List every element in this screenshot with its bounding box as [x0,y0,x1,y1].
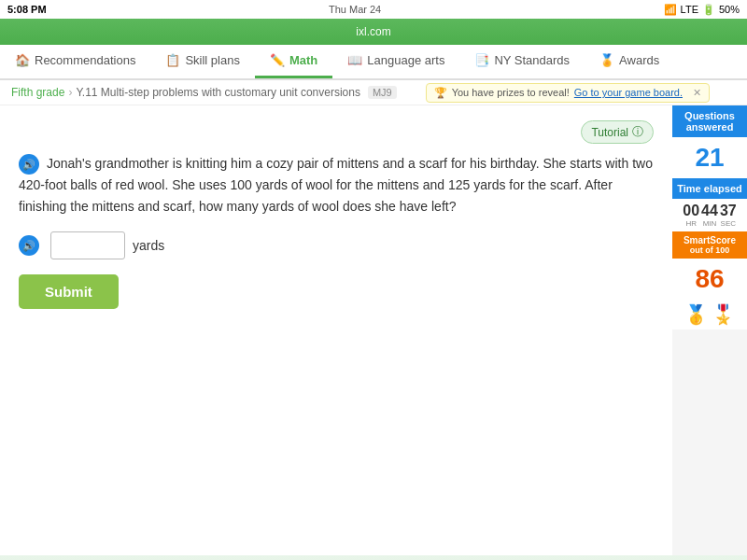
hours-label: HR [683,219,699,228]
time-display: 00 HR 44 MIN 37 SEC [672,199,747,231]
tab-recommendations-label: Recommendations [35,53,135,67]
main-content: Tutorial ⓘ 🔊 Jonah's grandmother is knit… [0,105,747,555]
status-date: Thu Mar 24 [329,4,381,15]
tab-math[interactable]: ✏️ Math [255,45,332,78]
breadcrumb-grade[interactable]: Fifth grade [11,86,64,99]
answer-input[interactable] [50,231,125,259]
tab-ny-standards-label: NY Standards [494,53,570,67]
tab-bar: 🏠 Recommendations 📋 Skill plans ✏️ Math … [0,45,747,80]
top-header: ixl.com [0,19,747,45]
recommendations-icon: 🏠 [15,53,30,67]
questions-answered-header: Questions answered [672,105,747,137]
tab-skill-plans-label: Skill plans [185,53,240,67]
battery-icon: 🔋 [702,4,715,16]
site-url: ixl.com [356,25,390,38]
lte-label: LTE [681,4,698,15]
tab-skill-plans[interactable]: 📋 Skill plans [150,45,255,78]
time-elapsed-label: Time elapsed [677,183,742,194]
breadcrumb-bar: Fifth grade › Y.11 Multi-step problems w… [0,80,747,105]
smart-score-value: 86 [672,259,747,300]
status-time: 5:08 PM [7,4,47,15]
tab-language-arts-label: Language arts [367,53,444,67]
trophy-icon: 🏆 [434,87,447,99]
medals-row: 🥇 🎖️ [672,300,747,329]
prize-text: You have prizes to reveal! [452,87,570,98]
prize-link[interactable]: Go to your game board. [574,87,683,98]
questions-answered-label: Questions answered [684,110,735,133]
battery-level: 50% [719,4,740,15]
tab-awards-label: Awards [619,53,659,67]
question-text: 🔊 Jonah's grandmother is knitting him a … [19,153,654,217]
hours-unit: 00 HR [683,203,699,228]
prize-banner: 🏆 You have prizes to reveal! Go to your … [426,83,710,103]
breadcrumb-badge: MJ9 [368,86,397,99]
minutes-value: 44 [701,203,718,219]
right-sidebar: Questions answered 21 Time elapsed 00 HR… [672,105,747,555]
tutorial-label: Tutorial [591,126,628,139]
breadcrumb-topic: Y.11 Multi-step problems with customary … [76,86,360,99]
status-bar: 5:08 PM Thu Mar 24 📶 LTE 🔋 50% [0,0,747,19]
awards-icon: 🏅 [599,53,614,67]
language-arts-icon: 📖 [347,53,362,67]
tab-recommendations[interactable]: 🏠 Recommendations [0,45,150,78]
tab-ny-standards[interactable]: 📑 NY Standards [459,45,585,78]
signal-icon: 📶 [664,4,677,16]
question-body: Jonah's grandmother is knitting him a co… [19,156,653,214]
bottom-section: Work it out Not feeling ready yet? These… [0,555,747,560]
tab-language-arts[interactable]: 📖 Language arts [332,45,459,78]
smart-score-sub: out of 100 [676,245,743,255]
minutes-label: MIN [701,219,718,228]
questions-answered-value: 21 [672,137,747,178]
time-elapsed-header: Time elapsed [672,178,747,199]
prize-close-icon[interactable]: ✕ [693,87,701,99]
seconds-label: SEC [720,219,737,228]
info-icon: ⓘ [632,124,643,140]
tutorial-button[interactable]: Tutorial ⓘ [581,120,654,144]
hours-value: 00 [683,203,699,219]
submit-button[interactable]: Submit [19,274,119,309]
smart-score-label: SmartScore [676,235,743,245]
status-right: 📶 LTE 🔋 50% [664,4,740,16]
blue-ribbon-icon: 🎖️ [712,303,735,326]
breadcrumb-arrow: › [68,86,72,99]
sound-button[interactable]: 🔊 [19,154,39,175]
smart-score-header: SmartScore out of 100 [672,231,747,259]
minutes-unit: 44 MIN [701,203,718,228]
tab-math-label: Math [289,53,317,67]
ny-standards-icon: 📑 [474,53,489,67]
unit-label: yards [133,238,164,253]
seconds-unit: 37 SEC [720,203,737,228]
answer-row: 🔊 yards [19,231,654,259]
tutorial-bar: Tutorial ⓘ [19,120,654,144]
seconds-value: 37 [720,203,737,219]
answer-sound-button[interactable]: 🔊 [19,235,39,256]
math-icon: ✏️ [270,53,285,67]
gold-medal-icon: 🥇 [684,303,708,326]
question-area: Tutorial ⓘ 🔊 Jonah's grandmother is knit… [0,105,672,555]
tab-awards[interactable]: 🏅 Awards [585,45,674,78]
skill-plans-icon: 📋 [165,53,180,67]
